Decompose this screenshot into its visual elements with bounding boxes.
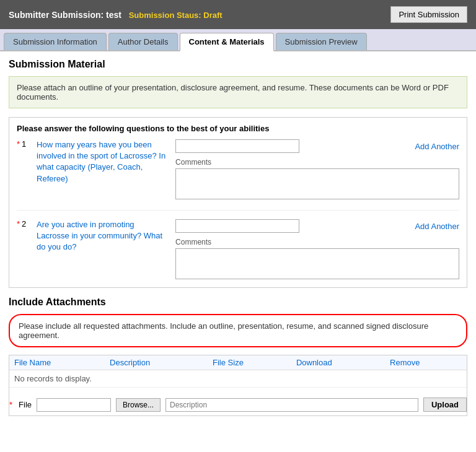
question-text-2: Are you active in promoting Lacrosse in …	[37, 219, 167, 253]
print-submission-button[interactable]: Print Submission	[390, 6, 467, 23]
submission-material-title: Submission Material	[9, 59, 467, 70]
upload-button[interactable]: Upload	[423, 398, 467, 412]
attachments-title: Include Attachments	[9, 297, 467, 308]
file-name-input[interactable]	[37, 398, 111, 412]
col-file-size: File Size	[208, 355, 291, 370]
question-2-inputs: Add Another Comments	[175, 219, 459, 281]
browse-button[interactable]: Browse...	[116, 398, 161, 412]
description-input[interactable]	[165, 398, 418, 412]
question-1-inputs: Add Another Comments	[175, 139, 459, 201]
question-row-2: * 2 Are you active in promoting Lacrosse…	[17, 219, 459, 281]
attachment-warning: Please include all requested attachments…	[9, 314, 467, 347]
file-table-container: File Name Description File Size Download…	[9, 355, 467, 416]
no-records-row: No records to display.	[9, 370, 467, 388]
questions-header: Please answer the following questions to…	[17, 124, 459, 133]
tab-submission-preview[interactable]: Submission Preview	[276, 33, 367, 50]
submission-info-box: Please attach an outline of your present…	[9, 76, 467, 108]
file-table: File Name Description File Size Download…	[9, 355, 467, 388]
question-2-comments-label: Comments	[175, 238, 459, 246]
question-2-answer-input[interactable]	[175, 219, 299, 233]
question-number-1: 1	[22, 139, 32, 149]
col-file-name: File Name	[9, 355, 105, 370]
question-row-1: * 1 How many years have you been involve…	[17, 139, 459, 211]
question-1-add-another[interactable]: Add Another	[415, 142, 459, 151]
col-download: Download	[291, 355, 385, 370]
required-star-2: *	[17, 219, 20, 228]
upload-row: * File Browse... Upload	[9, 394, 467, 415]
question-1-answer-input[interactable]	[175, 139, 299, 153]
page-title: Submitter Submission: test	[9, 10, 121, 20]
col-description: Description	[105, 355, 208, 370]
question-1-comments-label: Comments	[175, 158, 459, 167]
question-1-comments-textarea[interactable]	[175, 168, 459, 199]
required-star-1: *	[17, 139, 20, 149]
page-header: Submitter Submission: test Submission St…	[0, 0, 476, 29]
file-field-label: File	[19, 400, 32, 409]
tab-content-materials[interactable]: Content & Materials	[180, 33, 274, 51]
tab-bar: Submission Information Author Details Co…	[0, 29, 476, 51]
tab-author-details[interactable]: Author Details	[108, 33, 178, 50]
questions-section: Please answer the following questions to…	[9, 117, 467, 288]
main-content: Submission Material Please attach an out…	[0, 51, 476, 424]
question-2-comments-textarea[interactable]	[175, 248, 459, 279]
tab-submission-information[interactable]: Submission Information	[4, 33, 107, 50]
question-number-2: 2	[22, 219, 32, 228]
required-star-file: *	[9, 400, 12, 409]
col-remove: Remove	[385, 355, 467, 370]
question-2-add-another[interactable]: Add Another	[415, 222, 459, 231]
question-text-1: How many years have you been involved in…	[37, 139, 167, 185]
no-records-text: No records to display.	[9, 370, 467, 388]
submission-status: Submission Staus: Draft	[129, 11, 223, 20]
